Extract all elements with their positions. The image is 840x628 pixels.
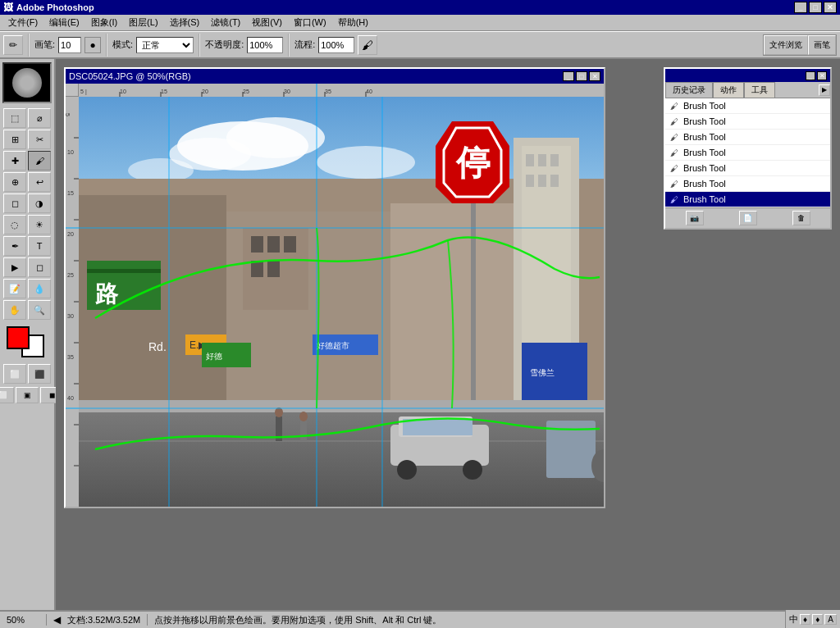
file-browser-btn[interactable]: 文件浏览: [764, 35, 808, 55]
menu-bar: 文件(F) 编辑(E) 图象(I) 图层(L) 选择(S) 滤镜(T) 视图(V…: [0, 15, 840, 31]
shape-tool[interactable]: ◻: [28, 257, 51, 277]
main-canvas[interactable]: 路 Rd. E.▶: [79, 97, 604, 507]
zoom-tool[interactable]: 🔍: [28, 300, 51, 320]
svg-point-42: [317, 146, 415, 179]
menu-view[interactable]: 视图(V): [247, 15, 287, 30]
svg-text:停: 停: [455, 143, 491, 182]
app-title: Adobe Photoshop: [16, 2, 94, 12]
svg-text:好德超市: 好德超市: [317, 341, 349, 350]
brush-tool[interactable]: 🖌: [28, 151, 51, 171]
mode-select[interactable]: 正常: [136, 37, 194, 53]
title-bar-buttons: _ □ ✕: [794, 2, 837, 13]
status-divider-1: [46, 614, 47, 626]
svg-text:好德: 好德: [206, 352, 222, 361]
slice-tool[interactable]: ✂: [28, 130, 51, 149]
notes-tool[interactable]: 📝: [3, 279, 26, 298]
toolbar-divider-2: [106, 34, 107, 57]
ruler-corner: [66, 84, 79, 97]
airbrush-icon[interactable]: 🖌: [358, 35, 377, 55]
svg-text:15: 15: [67, 190, 74, 196]
history-item-7[interactable]: 🖌 Brush Tool: [665, 192, 830, 207]
panel-close-btn[interactable]: ✕: [817, 71, 827, 80]
menu-file[interactable]: 文件(F): [3, 15, 43, 30]
toolbar-divider-1: [28, 34, 30, 57]
menu-select[interactable]: 选择(S): [165, 15, 205, 30]
prev-btn[interactable]: ◀: [53, 614, 61, 626]
menu-window[interactable]: 窗口(W): [289, 15, 331, 30]
tab-actions[interactable]: 动作: [713, 82, 744, 98]
path-select-tool[interactable]: ▶: [3, 257, 26, 277]
document-window: DSC05024.JPG @ 50%(RGB) _ □ ✕ |: [64, 67, 605, 508]
panel-menu-btn[interactable]: ▶: [819, 84, 830, 96]
gradient-tool[interactable]: ◑: [28, 193, 51, 213]
brush-icon-1: 🖌: [670, 102, 678, 111]
panel-minimize-btn[interactable]: _: [806, 71, 815, 80]
pen-tool[interactable]: ✒: [3, 236, 26, 256]
svg-rect-57: [251, 261, 263, 277]
ime-btn-1[interactable]: ♦: [800, 614, 810, 625]
menu-help[interactable]: 帮助(H): [333, 15, 373, 30]
history-item-4[interactable]: 🖌 Brush Tool: [665, 145, 830, 161]
menu-edit[interactable]: 编辑(E): [44, 15, 84, 30]
close-button[interactable]: ✕: [824, 2, 837, 13]
menu-filter[interactable]: 滤镜(T): [206, 15, 245, 30]
hand-tool[interactable]: ✋: [3, 300, 26, 320]
svg-text:20: 20: [202, 89, 208, 94]
app-icon: 🖼: [3, 2, 13, 13]
ime-btn-3[interactable]: A: [824, 614, 837, 625]
history-item-5[interactable]: 🖌 Brush Tool: [665, 161, 830, 176]
brush-panel-btn[interactable]: 画笔: [808, 35, 836, 55]
minimize-button[interactable]: _: [794, 2, 807, 13]
lasso-tool[interactable]: ⌀: [28, 108, 51, 128]
menu-layer[interactable]: 图层(L): [124, 15, 162, 30]
foreground-color-swatch[interactable]: [7, 326, 30, 349]
brush-preview[interactable]: ●: [84, 37, 101, 53]
marquee-tool[interactable]: ⬚: [3, 108, 26, 128]
panel-footer: 📷 📄 🗑: [665, 207, 830, 228]
clone-tool[interactable]: ⊕: [3, 172, 26, 192]
history-panel: _ ✕ 历史记录 动作 工具 ▶ 🖌 Brush Tool: [664, 67, 832, 230]
history-item-3[interactable]: 🖌 Brush Tool: [665, 130, 830, 145]
tab-history[interactable]: 历史记录: [665, 82, 713, 98]
brush-icon-4: 🖌: [670, 148, 678, 157]
svg-rect-74: [79, 408, 604, 507]
type-tool[interactable]: T: [28, 236, 51, 256]
new-snapshot-btn[interactable]: 📷: [686, 211, 704, 225]
heal-tool[interactable]: ✚: [3, 151, 26, 171]
doc-close-btn[interactable]: ✕: [589, 71, 600, 81]
crop-tool[interactable]: ⊞: [3, 130, 26, 149]
eyedropper-tool[interactable]: 💧: [28, 279, 51, 298]
history-item-2[interactable]: 🖌 Brush Tool: [665, 114, 830, 130]
opacity-input[interactable]: [247, 37, 283, 53]
history-list: 🖌 Brush Tool 🖌 Brush Tool 🖌 Brush Tool 🖌…: [665, 98, 830, 207]
flow-input[interactable]: [318, 37, 354, 53]
standard-mode-btn[interactable]: ⬜: [3, 364, 26, 384]
delete-state-btn[interactable]: 🗑: [792, 211, 810, 225]
standard-screen-btn[interactable]: ⬜: [0, 387, 14, 403]
brush-icon-3: 🖌: [670, 133, 678, 142]
svg-text:Rd.: Rd.: [148, 340, 167, 353]
maximize-button[interactable]: □: [809, 2, 822, 13]
new-doc-from-state-btn[interactable]: 📄: [739, 211, 757, 225]
history-brush-tool[interactable]: ↩: [28, 172, 51, 192]
doc-info: 文档:3.52M/3.52M: [67, 614, 140, 626]
menu-image[interactable]: 图象(I): [86, 15, 122, 30]
full-screen-menu-btn[interactable]: ▣: [16, 387, 39, 403]
doc-minimize-btn[interactable]: _: [563, 71, 574, 81]
tool-preview: [2, 62, 52, 103]
quick-mask-btn[interactable]: ⬛: [28, 364, 51, 384]
svg-text:30: 30: [67, 313, 74, 319]
ime-btn-2[interactable]: ♦: [812, 614, 823, 625]
tab-tools[interactable]: 工具: [744, 82, 775, 98]
brush-size-input[interactable]: [58, 37, 81, 53]
status-bar: 50% ◀ 文档:3.52M/3.52M 点按并拖移以用前景色绘画。要用附加选项…: [0, 610, 840, 628]
svg-rect-47: [87, 269, 161, 273]
doc-maximize-btn[interactable]: □: [576, 71, 587, 81]
history-item-1[interactable]: 🖌 Brush Tool: [665, 98, 830, 114]
dodge-tool[interactable]: ☀: [28, 215, 51, 234]
eraser-tool[interactable]: ◻: [3, 193, 26, 213]
brush-tool-icon[interactable]: ✏: [3, 35, 23, 55]
brush-icon-2: 🖌: [670, 117, 678, 126]
history-item-6[interactable]: 🖌 Brush Tool: [665, 176, 830, 192]
blur-tool[interactable]: ◌: [3, 215, 26, 234]
